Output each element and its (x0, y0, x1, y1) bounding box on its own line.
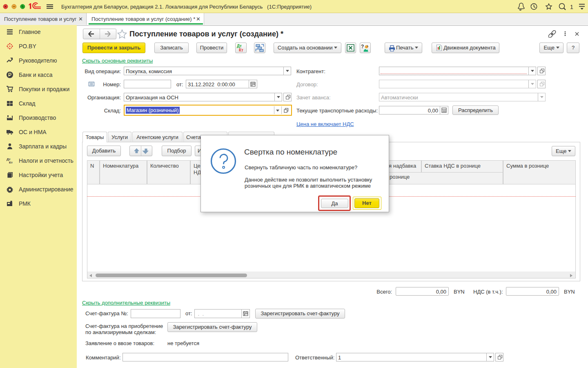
svg-text:Кт: Кт (9, 161, 13, 164)
svg-text:?: ? (361, 44, 364, 49)
svg-text:Кт: Кт (239, 48, 243, 52)
